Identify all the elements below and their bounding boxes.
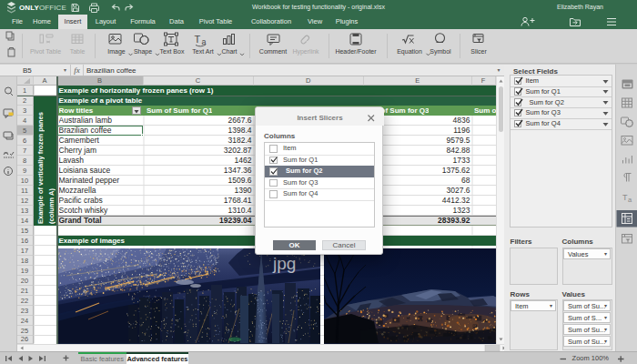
svg-text:jpg: jpg <box>272 254 296 273</box>
svg-text:a: a <box>628 196 632 204</box>
svg-text:T: T <box>195 34 201 45</box>
